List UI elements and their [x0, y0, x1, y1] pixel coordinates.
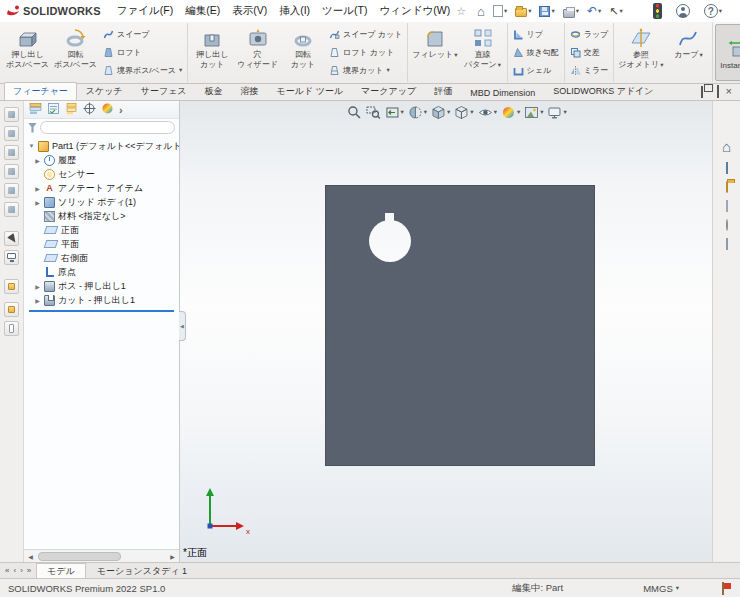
- tree-item-boss-extrude[interactable]: ボス - 押し出し1: [26, 279, 177, 293]
- custom-properties-button[interactable]: [726, 239, 728, 249]
- tree-item-annotations[interactable]: アノテート アイテム: [26, 181, 177, 195]
- status-light-button[interactable]: [650, 2, 665, 20]
- graphics-viewport[interactable]: x *正面: [180, 101, 712, 562]
- reference-geometry-button[interactable]: 参照 ジオメトリ: [616, 24, 665, 81]
- first-tab-icon[interactable]: [5, 567, 9, 575]
- menu-insert[interactable]: 挿入(I): [273, 2, 316, 20]
- document-icon[interactable]: [4, 321, 19, 336]
- curves-button[interactable]: カーブ: [666, 24, 710, 81]
- view-palette-button[interactable]: [726, 201, 728, 211]
- file-explorer-button[interactable]: [726, 182, 728, 192]
- units-selector[interactable]: MMGS: [643, 583, 679, 594]
- expander-icon[interactable]: [34, 297, 41, 304]
- shell-button[interactable]: シェル: [511, 62, 561, 79]
- extruded-cut-button[interactable]: 押し出し カット: [190, 24, 234, 81]
- tab-sheet-metal[interactable]: 板金: [196, 82, 232, 100]
- appearances-scenes-button[interactable]: [726, 220, 728, 230]
- tab-mbd-dimension[interactable]: MBD Dimension: [461, 85, 544, 100]
- propertymanager-icon[interactable]: [47, 102, 60, 117]
- tool-icon-1[interactable]: [4, 107, 19, 122]
- menu-view[interactable]: 表示(V): [226, 2, 273, 20]
- menu-edit[interactable]: 編集(E): [179, 2, 226, 20]
- open-button[interactable]: [512, 2, 534, 20]
- undo-button[interactable]: [584, 2, 604, 20]
- doc-close-icon[interactable]: [726, 86, 732, 97]
- display-style-button[interactable]: [453, 104, 474, 121]
- menu-window[interactable]: ウィンドウ(W): [374, 2, 457, 20]
- help-button[interactable]: [701, 2, 725, 20]
- menu-file[interactable]: ファイル(F): [111, 2, 179, 20]
- previous-view-button[interactable]: [384, 104, 405, 121]
- scroll-left-icon[interactable]: ◀: [24, 550, 37, 562]
- new-document-button[interactable]: [490, 2, 510, 20]
- hole-wizard-button[interactable]: 穴 ウィザード: [235, 24, 280, 81]
- rib-button[interactable]: リブ: [511, 26, 561, 43]
- tab-mold-tools[interactable]: モールド ツール: [268, 82, 353, 100]
- loft-button[interactable]: ロフト: [101, 44, 184, 61]
- displaymanager-icon[interactable]: [101, 102, 114, 117]
- extrude-boss-button[interactable]: 押し出し ボス/ベース: [4, 24, 51, 81]
- folder-icon-1[interactable]: [4, 279, 19, 294]
- swept-cut-button[interactable]: スイープ カット: [327, 26, 404, 43]
- previous-tab-icon[interactable]: [13, 567, 16, 575]
- expander-icon[interactable]: [34, 199, 41, 206]
- tree-item-solid-bodies[interactable]: ソリッド ボディ(1): [26, 195, 177, 209]
- tree-item-top-plane[interactable]: 平面: [26, 237, 177, 251]
- tree-item-material[interactable]: 材料 <指定なし>: [26, 209, 177, 223]
- part-geometry[interactable]: [180, 101, 712, 562]
- tab-evaluate[interactable]: 評価: [425, 82, 461, 100]
- tab-features[interactable]: フィーチャー: [4, 82, 77, 100]
- wrap-button[interactable]: ラップ: [568, 26, 611, 43]
- tree-item-cut-extrude[interactable]: カット - 押し出し1: [26, 293, 177, 307]
- view-settings-button[interactable]: [546, 104, 567, 121]
- revolved-cut-button[interactable]: 回転 カット: [281, 24, 325, 81]
- tag-icon[interactable]: [721, 582, 732, 595]
- tree-item-right-plane[interactable]: 右側面: [26, 251, 177, 265]
- apply-scene-button[interactable]: [523, 104, 544, 121]
- tab-weldments[interactable]: 溶接: [232, 82, 268, 100]
- sweep-button[interactable]: スイープ: [101, 26, 184, 43]
- tree-item-sensors[interactable]: センサー: [26, 167, 177, 181]
- zoom-area-button[interactable]: [365, 104, 382, 121]
- boundary-cut-button[interactable]: 境界カット: [327, 62, 404, 79]
- tab-markup[interactable]: マークアップ: [352, 82, 425, 100]
- expander-icon[interactable]: [34, 185, 41, 192]
- configurationmanager-icon[interactable]: [65, 102, 78, 117]
- part-body[interactable]: [325, 185, 595, 466]
- linear-pattern-button[interactable]: 直線 パターン: [461, 24, 505, 81]
- fillet-button[interactable]: フィレット: [410, 24, 459, 81]
- model-tab[interactable]: モデル: [36, 563, 86, 578]
- tree-item-origin[interactable]: 原点: [26, 265, 177, 279]
- rollback-bar[interactable]: [29, 310, 174, 312]
- print-button[interactable]: [560, 2, 582, 20]
- pin-menu-icon[interactable]: [456, 5, 466, 18]
- tool-icon-6[interactable]: [4, 202, 19, 217]
- dimxpertmanager-icon[interactable]: [83, 102, 96, 117]
- panel-collapse-handle[interactable]: [179, 311, 186, 341]
- doc-maximize-icon[interactable]: [717, 87, 719, 97]
- display-icon[interactable]: [4, 250, 19, 265]
- instant3d-button[interactable]: Instant3D: [715, 24, 740, 81]
- filter-input[interactable]: [40, 121, 175, 134]
- expander-icon[interactable]: [34, 283, 41, 290]
- tab-sketch[interactable]: スケッチ: [77, 82, 132, 100]
- motion-study-tab[interactable]: モーションスタディ 1: [86, 563, 198, 578]
- tab-solidworks-addins[interactable]: SOLIDWORKS アドイン: [544, 82, 662, 100]
- tab-surfaces[interactable]: サーフェス: [132, 82, 196, 100]
- folder-icon-2[interactable]: [4, 302, 19, 317]
- scrollbar-thumb[interactable]: [38, 552, 121, 561]
- hide-show-items-button[interactable]: [477, 104, 498, 121]
- tool-icon-2[interactable]: [4, 126, 19, 141]
- tree-item-history[interactable]: 履歴: [26, 153, 177, 167]
- tool-icon-4[interactable]: [4, 164, 19, 179]
- scrollbar-track[interactable]: [38, 552, 165, 561]
- resources-home-button[interactable]: [722, 139, 731, 154]
- tool-icon-5[interactable]: [4, 183, 19, 198]
- mirror-button[interactable]: ミラー: [568, 62, 611, 79]
- lofted-cut-button[interactable]: ロフト カット: [327, 44, 404, 61]
- next-tab-icon[interactable]: [20, 567, 23, 575]
- tool-icon-3[interactable]: [4, 145, 19, 160]
- user-account-button[interactable]: [673, 2, 693, 20]
- intersect-button[interactable]: 交差: [568, 44, 611, 61]
- last-tab-icon[interactable]: [27, 567, 31, 575]
